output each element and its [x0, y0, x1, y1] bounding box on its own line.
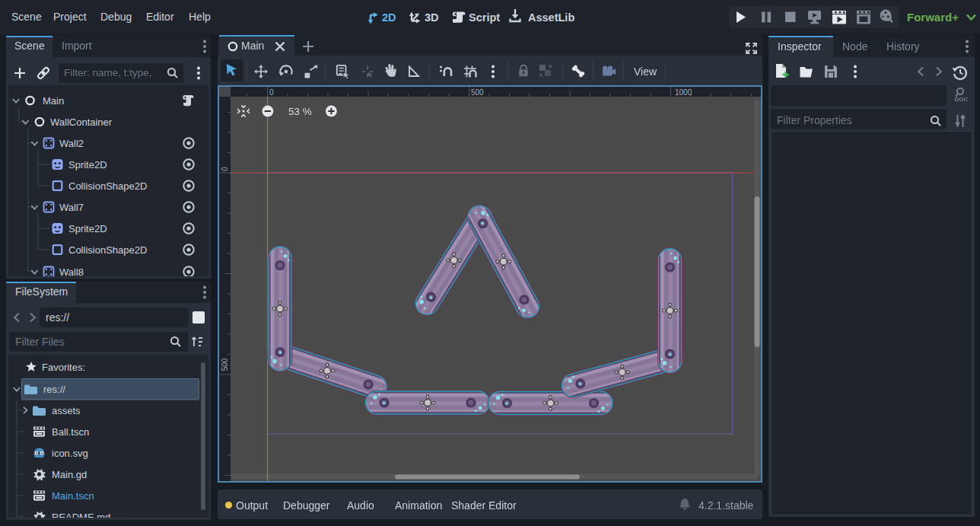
svg-text:1000: 1000 [675, 88, 692, 97]
svg-text:CollisionShape2D: CollisionShape2D [68, 244, 147, 256]
svg-text:Wall8: Wall8 [59, 266, 84, 277]
svg-text:Forward+: Forward+ [907, 11, 959, 24]
svg-text:README.md: README.md [52, 512, 110, 518]
svg-text:2D: 2D [382, 11, 396, 24]
svg-text:icon.svg: icon.svg [52, 448, 88, 459]
svg-text:3D: 3D [425, 11, 439, 24]
svg-text:Main: Main [43, 95, 64, 107]
svg-text:CollisionShape2D: CollisionShape2D [68, 180, 147, 192]
svg-text:Main.gd: Main.gd [52, 469, 87, 480]
svg-text:Favorites:: Favorites: [42, 362, 85, 373]
svg-text:0: 0 [269, 88, 274, 97]
svg-text:Sprite2D: Sprite2D [68, 223, 107, 234]
svg-text:Script: Script [469, 11, 500, 24]
svg-text:Main.tscn: Main.tscn [52, 490, 94, 502]
svg-text:500: 500 [221, 358, 229, 371]
svg-text:res://: res:// [43, 384, 65, 395]
svg-text:assets: assets [52, 405, 81, 416]
svg-text:AssetLib: AssetLib [528, 11, 574, 24]
svg-text:WallContainer: WallContainer [50, 116, 113, 128]
svg-text:500: 500 [471, 88, 484, 97]
svg-text:Wall7: Wall7 [59, 202, 84, 213]
svg-text:Wall2: Wall2 [59, 138, 84, 149]
svg-text:Sprite2D: Sprite2D [68, 159, 107, 171]
svg-text:0: 0 [221, 167, 229, 171]
svg-text:Ball.tscn: Ball.tscn [52, 426, 89, 438]
